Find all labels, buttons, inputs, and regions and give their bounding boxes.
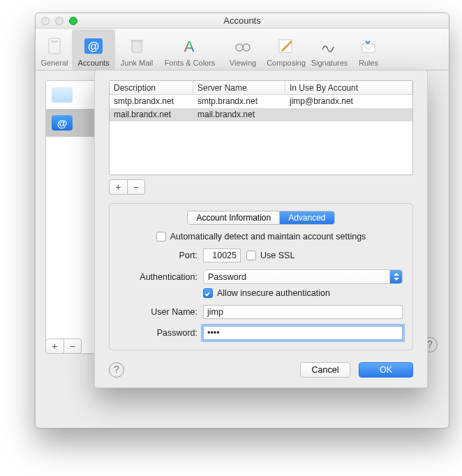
toolbar-label: Accounts xyxy=(77,59,109,67)
minimize-icon[interactable] xyxy=(55,17,64,25)
toolbar-fonts[interactable]: A Fonts & Colors xyxy=(158,29,221,70)
tab-account-info[interactable]: Account Information xyxy=(188,211,280,224)
at-icon: @ xyxy=(82,36,105,57)
svg-rect-5 xyxy=(131,40,143,42)
toolbar-viewing[interactable]: Viewing xyxy=(221,29,264,70)
close-icon[interactable] xyxy=(41,17,50,25)
auth-select[interactable]: Password xyxy=(203,269,403,284)
remove-button[interactable]: − xyxy=(64,339,82,353)
port-input[interactable] xyxy=(203,248,241,262)
toolbar-accounts[interactable]: @ Accounts xyxy=(72,29,115,70)
toolbar-signatures[interactable]: Signatures xyxy=(308,29,351,70)
cell: mail.brandx.net xyxy=(110,108,193,121)
rules-icon xyxy=(357,36,380,57)
toolbar-label: Signatures xyxy=(311,59,348,67)
port-label: Port: xyxy=(119,251,203,260)
svg-point-8 xyxy=(243,44,250,51)
toolbar-rules[interactable]: Rules xyxy=(351,29,386,70)
tab-advanced[interactable]: Advanced xyxy=(280,211,334,224)
fonts-icon: A xyxy=(179,36,201,57)
col-description[interactable]: Description xyxy=(110,81,193,94)
password-label: Password: xyxy=(119,328,203,338)
traffic-lights xyxy=(41,17,77,25)
glasses-icon xyxy=(232,36,254,57)
settings-panel: Account Information Advanced Automatical… xyxy=(109,203,413,350)
table-row[interactable]: smtp.brandx.net smtp.brandx.net jimp@bra… xyxy=(110,95,412,108)
auto-detect-checkbox[interactable] xyxy=(156,232,166,241)
auth-label: Authentication: xyxy=(119,272,203,282)
toolbar-label: Rules xyxy=(359,59,378,67)
at-icon: @ xyxy=(52,115,73,131)
sheet-footer: ? Cancel OK xyxy=(109,362,413,378)
insecure-checkbox[interactable] xyxy=(203,288,213,298)
add-button[interactable]: + xyxy=(110,180,128,194)
compose-icon xyxy=(275,36,297,57)
switch-icon xyxy=(43,36,66,57)
titlebar[interactable]: Accounts xyxy=(36,13,449,29)
zoom-icon[interactable] xyxy=(69,17,77,25)
cell xyxy=(285,108,412,121)
svg-rect-4 xyxy=(132,41,142,52)
toolbar-label: Composing xyxy=(267,59,306,67)
auto-detect-label: Automatically detect and maintain accoun… xyxy=(170,232,366,241)
toolbar-label: Junk Mail xyxy=(121,59,153,67)
toolbar-general[interactable]: General xyxy=(37,29,72,70)
chevron-updown-icon xyxy=(389,270,402,283)
username-label: User Name: xyxy=(119,307,203,317)
toolbar: General @ Accounts Junk Mail A Fonts & C… xyxy=(36,29,449,70)
cell: jimp@brandx.net xyxy=(285,95,412,108)
toolbar-label: Viewing xyxy=(230,59,256,67)
toolbar-composing[interactable]: Composing xyxy=(264,29,308,70)
table-header: Description Server Name In Use By Accoun… xyxy=(110,81,412,95)
remove-button[interactable]: − xyxy=(128,180,145,194)
svg-text:A: A xyxy=(184,38,195,55)
insecure-label: Allow insecure authentication xyxy=(217,288,330,298)
add-button[interactable]: + xyxy=(46,339,64,353)
trash-icon xyxy=(126,36,148,57)
cell: mail.brandx.net xyxy=(193,108,285,121)
col-server[interactable]: Server Name xyxy=(193,81,285,94)
password-input[interactable] xyxy=(203,326,403,340)
cell: smtp.brandx.net xyxy=(193,95,285,108)
auth-value: Password xyxy=(208,272,246,282)
username-input[interactable] xyxy=(203,305,403,319)
signature-icon xyxy=(318,36,341,57)
ssl-label: Use SSL xyxy=(260,251,295,260)
help-button[interactable]: ? xyxy=(109,362,124,378)
svg-point-7 xyxy=(236,44,243,51)
server-sheet: Description Server Name In Use By Accoun… xyxy=(94,70,428,388)
cloud-icon xyxy=(52,87,73,103)
server-table[interactable]: Description Server Name In Use By Accoun… xyxy=(109,80,413,175)
cell: smtp.brandx.net xyxy=(110,95,193,108)
cancel-button[interactable]: Cancel xyxy=(300,362,350,378)
toolbar-junk[interactable]: Junk Mail xyxy=(115,29,158,70)
svg-text:@: @ xyxy=(88,40,100,53)
svg-rect-1 xyxy=(51,40,58,43)
window-title: Accounts xyxy=(36,15,449,26)
ok-button[interactable]: OK xyxy=(359,362,413,378)
list-add-remove: + − xyxy=(45,339,82,354)
settings-tabs: Account Information Advanced xyxy=(187,211,334,225)
toolbar-label: General xyxy=(40,59,68,67)
col-account[interactable]: In Use By Account xyxy=(285,81,412,94)
table-add-remove: + − xyxy=(109,179,145,195)
ssl-checkbox[interactable] xyxy=(246,251,256,260)
toolbar-label: Fonts & Colors xyxy=(165,59,216,67)
table-row[interactable]: mail.brandx.net mail.brandx.net xyxy=(110,108,412,121)
